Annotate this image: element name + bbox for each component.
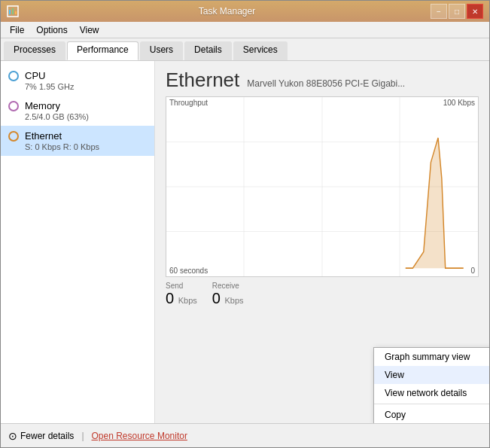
svg-rect-3 [15, 11, 17, 14]
receive-label: Receive [212, 282, 244, 290]
send-value: 0 Kbps [166, 290, 197, 307]
fewer-details-button[interactable]: ⊙ Fewer details [8, 430, 74, 442]
chart-svg [166, 97, 478, 276]
throughput-chart: Throughput 100 Kbps 60 seconds 0 [166, 96, 479, 277]
chart-throughput-label: Throughput [169, 99, 208, 107]
memory-label: Memory [25, 100, 60, 111]
cpu-detail: 7% 1.95 GHz [25, 82, 147, 91]
menu-file[interactable]: File [4, 23, 30, 37]
ethernet-header: Ethernet [8, 130, 147, 142]
context-menu: Graph summary view View ▶ CPU Memory [373, 347, 489, 423]
memory-header: Memory [8, 100, 147, 111]
sidebar-item-cpu[interactable]: CPU 7% 1.95 GHz [1, 66, 154, 96]
ctx-view[interactable]: View ▶ CPU Memory [374, 366, 489, 384]
sidebar: CPU 7% 1.95 GHz Memory 2.5/4.0 GB (63%) … [1, 61, 155, 423]
tab-users[interactable]: Users [140, 41, 183, 60]
maximize-button[interactable]: □ [449, 4, 465, 19]
chart-min-label: 0 [470, 267, 475, 275]
chart-time-label: 60 seconds [169, 267, 208, 275]
memory-dot [8, 101, 19, 111]
main-panel: Ethernet Marvell Yukon 88E8056 PCI-E Gig… [155, 61, 489, 423]
cpu-dot [8, 71, 19, 81]
send-stat: Send 0 Kbps [166, 282, 197, 307]
footer-divider: | [81, 431, 84, 441]
tab-details[interactable]: Details [184, 41, 232, 60]
main-subtitle: Marvell Yukon 88E8056 PCI-E Gigabi... [247, 78, 405, 89]
ethernet-label: Ethernet [25, 130, 62, 142]
content-area: CPU 7% 1.95 GHz Memory 2.5/4.0 GB (63%) … [1, 61, 489, 423]
menu-options[interactable]: Options [30, 23, 73, 37]
ethernet-detail: S: 0 Kbps R: 0 Kbps [25, 142, 147, 151]
ctx-copy[interactable]: Copy Ctrl+C [374, 406, 489, 423]
stats-row: Send 0 Kbps Receive 0 Kbps [166, 282, 479, 307]
receive-stat: Receive 0 Kbps [212, 282, 244, 307]
ethernet-dot [8, 131, 19, 142]
chart-max-label: 100 Kbps [443, 99, 475, 107]
window-controls: − □ ✕ [431, 4, 483, 19]
footer-bar: ⊙ Fewer details | Open Resource Monitor [1, 423, 489, 447]
window-title: Task Manager [23, 6, 431, 17]
ctx-view-network-details[interactable]: View network details [374, 384, 489, 402]
cpu-label: CPU [25, 70, 45, 81]
tab-bar: Processes Performance Users Details Serv… [1, 38, 489, 61]
minimize-button[interactable]: − [431, 4, 447, 19]
task-manager-window: Task Manager − □ ✕ File Options View Pro… [0, 0, 490, 448]
receive-value: 0 Kbps [212, 290, 244, 307]
close-button[interactable]: ✕ [467, 4, 483, 19]
send-label: Send [166, 282, 197, 290]
ctx-graph-summary[interactable]: Graph summary view [374, 348, 489, 366]
main-header: Ethernet Marvell Yukon 88E8056 PCI-E Gig… [166, 69, 479, 92]
main-title: Ethernet [166, 69, 239, 92]
app-icon [7, 5, 19, 17]
memory-detail: 2.5/4.0 GB (63%) [25, 112, 147, 121]
sidebar-item-memory[interactable]: Memory 2.5/4.0 GB (63%) [1, 96, 154, 126]
svg-rect-2 [12, 8, 14, 14]
sidebar-item-ethernet[interactable]: Ethernet S: 0 Kbps R: 0 Kbps [1, 126, 154, 156]
cpu-header: CPU [8, 70, 147, 81]
menu-view[interactable]: View [74, 23, 105, 37]
svg-rect-1 [9, 10, 11, 14]
open-resource-monitor-link[interactable]: Open Resource Monitor [92, 431, 187, 441]
tab-performance[interactable]: Performance [67, 41, 138, 60]
fewer-details-icon: ⊙ [8, 430, 17, 442]
menu-bar: File Options View [1, 22, 489, 38]
tab-processes[interactable]: Processes [4, 41, 65, 60]
ctx-divider [374, 404, 489, 404]
title-bar: Task Manager − □ ✕ [1, 1, 489, 22]
tab-services[interactable]: Services [233, 41, 288, 60]
